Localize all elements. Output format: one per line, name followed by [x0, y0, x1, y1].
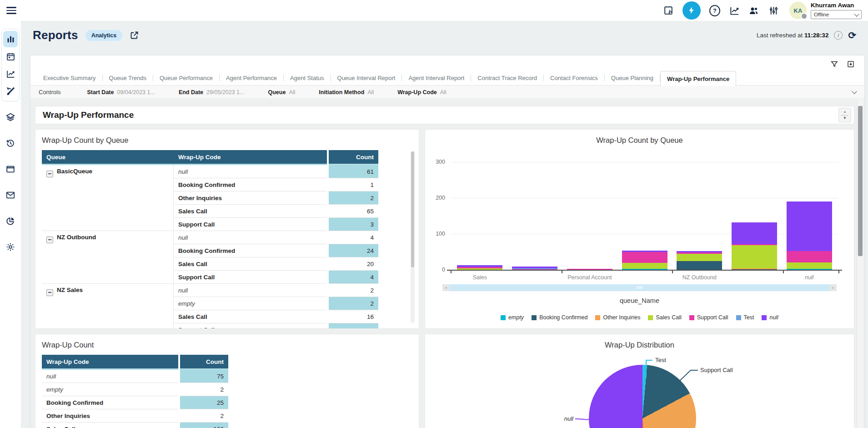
pie-label-support-call: Support Call [700, 367, 733, 373]
stacked-bar-unlabeled[interactable] [622, 251, 667, 270]
download-icon[interactable] [846, 60, 855, 69]
stacked-bar-NZ Outbound[interactable] [677, 251, 722, 270]
sidebar-item-settings[interactable] [3, 242, 18, 252]
bar-segment-booking-confirmed [677, 261, 722, 270]
sidebar-item-analytics[interactable] [3, 216, 18, 227]
count-cell: 4 [329, 271, 378, 284]
settings-sliders-icon[interactable] [768, 5, 779, 16]
spinner-down-icon[interactable]: ▼ [843, 116, 847, 120]
tab-agent-performance[interactable]: Agent Performance [220, 71, 283, 85]
control-filter-queue[interactable]: QueueAll [268, 89, 295, 96]
control-filter-start-date[interactable]: Start Date09/04/2023 1... [87, 89, 155, 96]
sheet-spinner[interactable]: ▲ ▼ [838, 108, 851, 122]
tab-queue-interval-report[interactable]: Queue Interval Report [331, 71, 402, 85]
dashboard-area: Wrap-Up Performance ▲ ▼ Wrap-Up Count by… [30, 100, 864, 428]
filter-icon[interactable] [830, 60, 839, 69]
legend-item-other-inquiries[interactable]: Other Inquiries [595, 314, 640, 321]
task-note-icon[interactable] [663, 5, 674, 16]
control-filter-end-date[interactable]: End Date29/05/2023 1... [179, 89, 245, 96]
count-cell: 106 [180, 423, 228, 428]
sidebar-item-email[interactable] [3, 190, 18, 201]
column-header-queue[interactable]: Queue [42, 150, 174, 165]
sidebar-item-pages[interactable] [3, 164, 18, 175]
x-axis-tick [451, 271, 452, 273]
y-axis-tick-label: 0 [442, 267, 445, 273]
stacked-bar-unlabeled[interactable] [512, 267, 557, 270]
sidebar-item-metrics[interactable] [3, 65, 18, 82]
zoom-drag-handle[interactable] [637, 287, 642, 289]
sidebar-item-calendar[interactable] [3, 48, 18, 65]
realtime-bolt-icon[interactable] [682, 1, 701, 20]
tab-agent-status[interactable]: Agent Status [284, 71, 330, 85]
tab-queue-performance[interactable]: Queue Performance [153, 71, 219, 85]
chevron-down-icon [854, 11, 859, 16]
column-header-wrapup-code[interactable]: Wrap-Up Code [174, 150, 327, 165]
tab-executive-summary[interactable]: Executive Summary [37, 71, 102, 85]
tab-queue-planning[interactable]: Queue Planning [605, 71, 660, 85]
control-filter-initiation-method[interactable]: Initiation MethodAll [319, 89, 374, 96]
pie-chart[interactable] [589, 365, 696, 428]
column-header-count[interactable]: Count [329, 150, 378, 165]
legend-item-support-call[interactable]: Support Call [689, 314, 728, 321]
avatar[interactable]: KA [789, 2, 807, 19]
sidebar-item-history[interactable] [3, 138, 18, 149]
collapse-minus-icon[interactable] [46, 237, 53, 243]
legend-item-empty[interactable]: empty [501, 314, 524, 321]
sidebar-item-modules[interactable] [3, 112, 18, 123]
table-scrollbar[interactable] [411, 151, 415, 323]
user-name: Khurram Awan [811, 2, 862, 9]
hamburger-menu-icon[interactable] [6, 5, 16, 16]
tab-queue-trends[interactable]: Queue Trends [103, 71, 153, 85]
wrapup-code-cell: null [174, 284, 327, 297]
legend-swatch [689, 315, 694, 320]
metrics-chart-icon[interactable] [729, 5, 740, 16]
wrapup-code-cell: empty [174, 297, 327, 310]
legend-item-test[interactable]: Test [736, 314, 754, 321]
tab-contact-forensics[interactable]: Contact Forensics [544, 71, 604, 85]
wrapup-code-cell: null [174, 231, 327, 244]
brush-pencil-icon [6, 86, 15, 96]
pie-chart-icon [5, 216, 15, 226]
wrapup-code-cell: empty [42, 383, 178, 396]
table-row: empty2 [42, 383, 228, 396]
filter-label: Initiation Method [319, 89, 364, 96]
report-card: Executive SummaryQueue TrendsQueue Perfo… [30, 55, 864, 428]
dashboard-title: Wrap-Up Performance [43, 110, 134, 120]
status-select[interactable]: Offline [811, 10, 862, 19]
bar-slot [562, 162, 617, 270]
external-link-icon[interactable] [130, 30, 139, 40]
legend-item-booking-confirmed[interactable]: Booking Confirmed [532, 314, 587, 321]
stacked-bar-null[interactable] [787, 201, 832, 270]
wrapup-code-cell: Other Inquiries [174, 191, 327, 205]
users-icon[interactable] [748, 5, 759, 16]
collapse-minus-icon[interactable] [46, 289, 53, 296]
sidebar-item-design[interactable] [3, 83, 18, 99]
stacked-bar-unlabeled[interactable] [732, 222, 777, 270]
queue-group-cell: NZ Outbound [42, 231, 174, 284]
tab-wrap-up-performance[interactable]: Wrap-Up Performance [660, 71, 736, 86]
tab-contract-trace-record[interactable]: Contract Trace Record [471, 71, 543, 85]
refresh-icon[interactable]: ⟳ [848, 30, 856, 40]
control-filter-wrap-up-code[interactable]: Wrap-Up CodeAll [397, 89, 446, 96]
data-zoom-slider[interactable]: ◄ ► [442, 284, 837, 291]
window-icon [5, 164, 15, 174]
wrapup-code-cell: Booking Confirmed [42, 396, 178, 409]
tab-agent-interval-report[interactable]: Agent Interval Report [402, 71, 471, 85]
info-icon[interactable]: i [834, 31, 843, 40]
controls-expand-chevron-icon[interactable] [852, 89, 857, 94]
legend-item-sales-call[interactable]: Sales Call [648, 314, 681, 321]
column-header-count[interactable]: Count [180, 355, 228, 370]
column-header-wrapup-code[interactable]: Wrap-Up Code [42, 355, 178, 370]
table-row: Other Inquiries2 [42, 409, 228, 423]
legend-item-null[interactable]: null [762, 314, 778, 321]
x-category-label: Personal Account [562, 274, 617, 281]
dashboard-scrollbar[interactable] [857, 100, 863, 428]
help-icon[interactable]: ? [709, 5, 720, 16]
collapse-minus-icon[interactable] [46, 171, 53, 177]
x-category-label [617, 274, 672, 281]
zoom-left-arrow-icon[interactable]: ◄ [442, 284, 449, 291]
spinner-up-icon[interactable]: ▲ [843, 110, 847, 114]
zoom-right-arrow-icon[interactable]: ► [830, 284, 837, 291]
stacked-bar-Sales[interactable] [457, 265, 502, 270]
sidebar-item-reports[interactable] [3, 31, 18, 47]
